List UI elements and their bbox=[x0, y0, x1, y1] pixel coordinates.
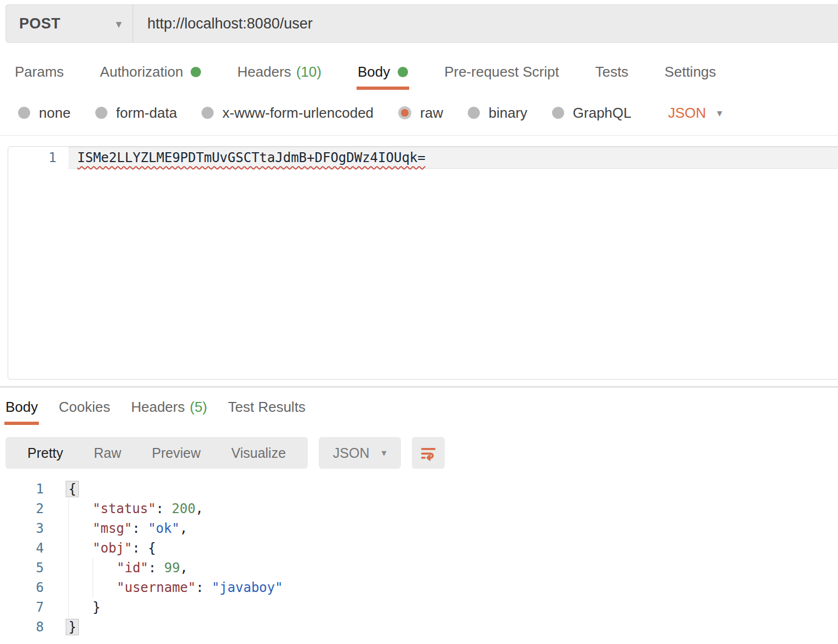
json-punctuation: : bbox=[132, 540, 148, 556]
response-tab-headers[interactable]: Headers(5) bbox=[130, 392, 208, 425]
tab-label: Headers bbox=[131, 399, 185, 416]
indent-guide bbox=[93, 558, 117, 578]
green-dot-icon bbox=[398, 67, 408, 77]
request-tab-body[interactable]: Body bbox=[357, 57, 409, 90]
response-code-line: 7} bbox=[0, 597, 838, 617]
radio-label: binary bbox=[489, 105, 527, 122]
response-view-raw[interactable]: Raw bbox=[78, 445, 136, 461]
tab-label: Params bbox=[15, 64, 64, 81]
json-key: "id" bbox=[117, 560, 148, 576]
radio-label: x-www-form-urlencoded bbox=[222, 105, 374, 122]
http-method-dropdown[interactable]: POST ▾ bbox=[6, 5, 133, 42]
request-tabs: ParamsAuthorizationHeaders(10)BodyPre-re… bbox=[14, 57, 751, 90]
tab-label: Cookies bbox=[59, 399, 110, 416]
editor-line-number: 1 bbox=[8, 147, 68, 169]
response-divider bbox=[0, 386, 838, 388]
response-code-line: 3"msg": "ok", bbox=[0, 519, 838, 538]
json-string: "javaboy" bbox=[211, 580, 283, 595]
radio-label: GraphQL bbox=[573, 105, 632, 122]
radio-circle-icon bbox=[202, 107, 214, 119]
response-code-line: 4"obj": { bbox=[0, 538, 838, 558]
body-type-radio-binary[interactable]: binary bbox=[468, 105, 527, 122]
response-line-number: 1 bbox=[0, 479, 53, 499]
response-tab-cookies[interactable]: Cookies bbox=[58, 392, 111, 425]
body-type-radio-form-data[interactable]: form-data bbox=[95, 105, 177, 122]
radio-circle-icon bbox=[18, 107, 30, 119]
tab-label: Test Results bbox=[228, 399, 306, 416]
response-line-number: 4 bbox=[0, 538, 53, 558]
response-view-visualize[interactable]: Visualize bbox=[216, 445, 301, 461]
response-line-content: "username": "javaboy" bbox=[53, 578, 283, 597]
json-punctuation: : bbox=[148, 560, 164, 576]
response-line-number: 3 bbox=[0, 519, 53, 538]
response-view-preview[interactable]: Preview bbox=[136, 445, 216, 461]
request-body-editor[interactable]: 1ISMe2LLYZLME9PDTmUvGSCTtaJdmB+DFOgDWz4I… bbox=[8, 146, 838, 380]
body-format-label: JSON bbox=[668, 105, 706, 122]
json-brace-highlight: } bbox=[66, 619, 79, 635]
request-tab-headers[interactable]: Headers(10) bbox=[236, 57, 323, 90]
response-code-line: 2"status": 200, bbox=[0, 499, 838, 519]
response-line-content: { bbox=[53, 479, 79, 499]
editor-line-content[interactable]: ISMe2LLYZLME9PDTmUvGSCTtaJdmB+DFOgDWz4IO… bbox=[68, 147, 838, 169]
wrap-text-button[interactable] bbox=[412, 437, 445, 469]
response-line-content: "status": 200, bbox=[53, 499, 203, 519]
response-tabs: BodyCookiesHeaders(5)Test Results bbox=[4, 392, 325, 425]
json-key: "status" bbox=[93, 501, 156, 516]
chevron-down-icon: ▾ bbox=[116, 18, 122, 30]
json-punctuation: } bbox=[93, 600, 100, 615]
json-punctuation: : bbox=[156, 501, 172, 516]
response-line-number: 8 bbox=[0, 617, 53, 637]
radio-label: raw bbox=[420, 105, 443, 122]
chevron-down-icon: ▾ bbox=[382, 448, 387, 458]
body-type-radio-x-www-form-urlencoded[interactable]: x-www-form-urlencoded bbox=[202, 105, 374, 122]
request-body-text: ISMe2LLYZLME9PDTmUvGSCTtaJdmB+DFOgDWz4IO… bbox=[77, 150, 426, 165]
response-view-switcher: PrettyRawPreviewVisualize bbox=[5, 437, 308, 469]
request-tab-settings[interactable]: Settings bbox=[663, 57, 717, 90]
response-line-content: } bbox=[53, 617, 79, 637]
url-text: http://localhost:8080/user bbox=[147, 15, 313, 32]
indent-guide bbox=[68, 519, 93, 538]
request-tab-authorization[interactable]: Authorization bbox=[99, 57, 203, 90]
json-punctuation: , bbox=[196, 501, 203, 516]
request-tab-params[interactable]: Params bbox=[14, 57, 65, 90]
response-body-viewer: 1{2"status": 200,3"msg": "ok",4"obj": {5… bbox=[0, 479, 838, 637]
tab-label: Body bbox=[5, 399, 38, 416]
response-format-label: JSON bbox=[333, 445, 370, 461]
response-line-number: 7 bbox=[0, 597, 53, 617]
response-code-line: 5"id": 99, bbox=[0, 558, 838, 578]
response-tab-test-results[interactable]: Test Results bbox=[227, 392, 307, 425]
json-brace-highlight: { bbox=[66, 481, 79, 497]
body-type-radio-raw[interactable]: raw bbox=[398, 105, 443, 122]
response-tab-body[interactable]: Body bbox=[4, 392, 39, 425]
radio-circle-icon bbox=[552, 107, 564, 119]
response-line-number: 5 bbox=[0, 558, 53, 578]
editor-line: 1ISMe2LLYZLME9PDTmUvGSCTtaJdmB+DFOgDWz4I… bbox=[8, 147, 838, 169]
tab-label: Authorization bbox=[100, 64, 183, 81]
response-format-dropdown[interactable]: JSON ▾ bbox=[319, 437, 401, 469]
tab-label: Headers bbox=[237, 64, 291, 81]
indent-guide bbox=[68, 499, 93, 519]
body-type-radio-none[interactable]: none bbox=[18, 105, 71, 122]
request-tab-tests[interactable]: Tests bbox=[594, 57, 630, 90]
response-view-pretty[interactable]: Pretty bbox=[12, 445, 78, 461]
json-number: 99 bbox=[164, 560, 180, 576]
indent-guide bbox=[68, 538, 93, 558]
radio-circle-icon bbox=[398, 106, 411, 119]
indent-guide bbox=[68, 578, 93, 597]
tab-label: Body bbox=[358, 64, 390, 81]
http-method-label: POST bbox=[19, 15, 61, 32]
text-wrap-icon bbox=[419, 444, 438, 462]
url-input[interactable]: http://localhost:8080/user bbox=[133, 5, 838, 42]
request-tab-pre-request-script[interactable]: Pre-request Script bbox=[443, 57, 560, 90]
json-punctuation: : bbox=[132, 521, 148, 536]
green-dot-icon bbox=[191, 67, 201, 77]
indent-guide bbox=[93, 578, 117, 597]
response-line-content: } bbox=[53, 597, 100, 617]
body-type-radio-graphql[interactable]: GraphQL bbox=[552, 105, 632, 122]
tab-label: Pre-request Script bbox=[444, 64, 559, 81]
radio-label: none bbox=[39, 105, 71, 122]
response-code-line: 1{ bbox=[0, 479, 838, 499]
body-format-dropdown[interactable]: JSON▾ bbox=[668, 105, 722, 122]
response-line-content: "msg": "ok", bbox=[53, 519, 187, 538]
response-code-line: 6"username": "javaboy" bbox=[0, 578, 838, 597]
